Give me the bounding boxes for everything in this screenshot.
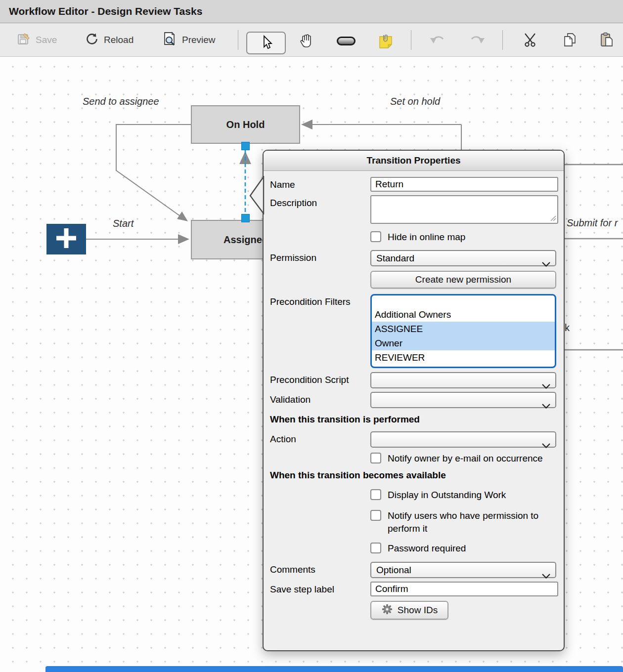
step-shape-icon [336,39,356,47]
chevron-down-icon [542,378,550,393]
comments-value: Optional [376,565,411,575]
name-label: Name [270,177,370,190]
node-assignee-label: Assignee [223,234,267,246]
pan-tool-button[interactable] [298,32,314,51]
permission-value: Standard [376,253,414,263]
precondition-filter-option[interactable]: REVIEWER [372,350,555,365]
description-textarea[interactable] [370,195,558,224]
chevron-down-icon [542,568,550,583]
save-icon [17,32,31,48]
reload-icon [85,32,99,48]
redo-icon [468,40,486,48]
toolbar-separator [502,30,503,50]
copy-icon [562,41,578,49]
action-select[interactable] [370,431,556,448]
redo-button[interactable] [468,32,486,49]
toolbar-separator [238,30,238,50]
preview-label: Preview [182,35,216,45]
create-note-tool-button[interactable] [378,33,394,51]
hand-icon [298,42,314,50]
comments-select[interactable]: Optional [370,562,556,578]
action-label: Action [270,431,370,445]
transition-label-send-to-assignee: Send to assignee [83,96,159,107]
create-new-permission-label: Create new permission [415,274,511,285]
plus-icon [53,227,79,251]
password-required-checkbox[interactable] [370,543,381,553]
node-on-hold[interactable]: On Hold [191,105,300,144]
precondition-filters-label: Precondition Filters [270,294,370,307]
transition-handle-bottom[interactable] [241,214,250,222]
save-step-label-input[interactable] [370,582,558,596]
notify-users-checkbox[interactable] [370,510,381,521]
show-ids-button[interactable]: Show IDs [370,601,448,620]
preview-button[interactable]: Preview [162,29,216,51]
node-on-hold-label: On Hold [226,119,265,130]
section-transition-available: When this transition becomes available [270,470,557,481]
pointer-icon [259,34,273,52]
paste-icon [599,41,615,49]
node-start[interactable] [46,224,86,254]
bottom-blue-bar [45,666,623,672]
precondition-script-select[interactable] [370,372,556,388]
transition-label-submit-for: Submit for r [567,217,623,229]
note-icon [378,42,394,50]
toolbar: Save Reload Preview [0,23,623,57]
reload-button[interactable]: Reload [85,29,134,51]
validation-select[interactable] [370,392,556,408]
preview-icon [162,32,177,49]
precondition-filters-listbox[interactable]: Additional OwnersASSIGNEEOwnerREVIEWER [370,294,556,368]
password-required-label: Password required [388,542,466,555]
save-label: Save [36,35,57,45]
paste-button[interactable] [599,32,615,50]
chevron-down-icon [542,398,550,413]
hide-in-online-map-checkbox[interactable] [370,231,381,242]
permission-label: Permission [270,250,370,263]
resize-handle-icon[interactable] [549,213,556,224]
create-new-permission-button[interactable]: Create new permission [370,271,556,289]
notify-users-label: Notify users who have permission to perf… [388,509,557,535]
undo-button[interactable] [429,32,447,49]
precondition-filter-option[interactable]: Owner [372,336,555,350]
cut-button[interactable] [523,32,540,50]
display-outstanding-work-checkbox[interactable] [370,489,381,500]
page-title: Workflow Editor - Design Review Tasks [0,0,623,23]
transition-label-fragment: k [565,322,570,334]
chevron-down-icon [542,438,550,452]
save-button[interactable]: Save [17,29,57,51]
transition-handle-top[interactable] [241,142,250,150]
save-step-label: Save step label [270,582,370,595]
description-label: Description [270,195,370,209]
precondition-filter-option[interactable]: Additional Owners [372,307,555,322]
scissors-icon [523,41,540,49]
notify-owner-label: Notify owner by e-mail on occurrence [388,452,543,465]
chevron-down-icon [542,256,550,271]
precondition-script-label: Precondition Script [270,372,370,385]
notify-owner-checkbox[interactable] [370,453,381,463]
window-titlebar: Workflow Editor - Design Review Tasks [0,0,623,23]
validation-label: Validation [270,392,370,405]
show-ids-label: Show IDs [398,605,438,616]
section-transition-performed: When this transition is performed [270,414,557,425]
create-step-tool-button[interactable] [336,36,356,48]
transition-label-start: Start [113,218,134,229]
dialog-callout-arrow [249,176,265,214]
transition-properties-dialog: Transition Properties Name Description [263,150,565,651]
copy-button[interactable] [562,32,578,50]
toolbar-separator [411,30,411,50]
transition-label-set-on-hold: Set on hold [390,96,440,107]
undo-icon [429,40,447,48]
dialog-title[interactable]: Transition Properties [264,151,564,171]
reload-label: Reload [104,35,134,45]
name-input[interactable] [370,177,558,192]
display-outstanding-work-label: Display in Outstanding Work [388,489,506,502]
precondition-filter-option[interactable]: ASSIGNEE [372,322,555,336]
permission-select[interactable]: Standard [370,250,556,266]
gear-icon [381,603,393,618]
pointer-tool-button[interactable] [246,32,286,54]
comments-label: Comments [270,562,370,575]
hide-in-online-map-label: Hide in online map [388,231,465,244]
